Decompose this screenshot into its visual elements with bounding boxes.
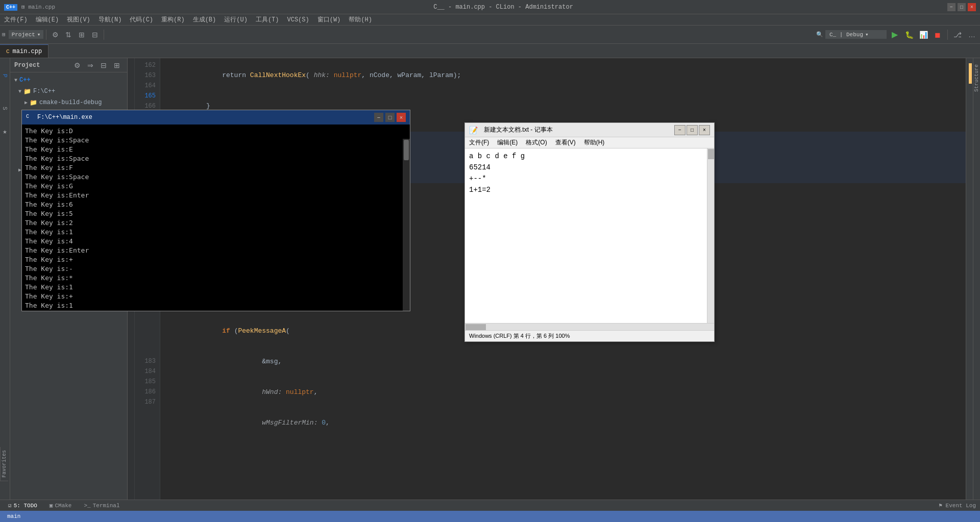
tab-main-cpp[interactable]: C main.cpp [0, 44, 48, 58]
run-coverage-button[interactable]: 📊 [917, 29, 929, 41]
notepad-menu-view[interactable]: 查看(V) [551, 137, 580, 148]
structure-panel-label[interactable]: Structure [973, 62, 980, 94]
line-num-gap22 [137, 336, 156, 346]
notepad-hscroll-thumb[interactable] [465, 324, 486, 330]
notepad-text-area[interactable]: a b c d e f g 65214 +--* 1+1=2 [465, 148, 707, 323]
menu-navigate[interactable]: 导航(N) [94, 14, 126, 25]
menu-tools[interactable]: 工具(T) [252, 14, 283, 25]
menu-refactor[interactable]: 重构(R) [157, 14, 189, 25]
line-num: 184 [137, 366, 156, 377]
notepad-hscrollbar[interactable] [465, 323, 714, 330]
main-indicator: main [4, 513, 23, 519]
search-icon: 🔍 [816, 31, 823, 38]
notepad-line-1: a b c d e f g [469, 151, 703, 162]
run-button[interactable]: ▶ [889, 29, 901, 41]
favorites-label[interactable]: Favorites [0, 447, 8, 481]
left-gutter-bookmark-btn[interactable]: ★ [0, 126, 11, 138]
line-num-gap20 [137, 315, 156, 326]
console-line: The Key is:1 [25, 283, 401, 292]
left-gutter-structure-btn[interactable]: S [0, 93, 10, 123]
toolbar-sort-button[interactable]: ⇅ [62, 29, 75, 41]
menu-help[interactable]: 帮助(H) [345, 14, 376, 25]
menu-edit[interactable]: 编辑(E) [32, 14, 63, 25]
todo-tab[interactable]: ☑ 5: TODO [4, 500, 41, 511]
cmake-tab-label: CMake [55, 503, 71, 509]
sidebar-item-cpp-root[interactable]: ▼ C++ [10, 74, 127, 86]
notepad-line-3: +--* [469, 173, 703, 184]
stop-button[interactable]: ◼ [932, 29, 944, 41]
close-button[interactable]: × [968, 3, 976, 11]
toolbar-collapse-button[interactable]: ⊟ [89, 29, 101, 41]
notepad-status-bar: Windows (CRLF) 第 4 行，第 6 列 100% [465, 330, 714, 341]
menu-code[interactable]: 代码(C) [126, 14, 157, 25]
left-gutter-project-btn[interactable]: P [0, 60, 10, 91]
open-file-indicator: ⊞ main.cpp [21, 4, 55, 10]
sidebar-expand-button[interactable]: ⊞ [111, 59, 123, 71]
run-config-label: C_ | Debug [829, 32, 863, 38]
line-num: 164 [137, 81, 156, 91]
sidebar-item-cmake-build[interactable]: ▶ 📁 cmake-build-debug [10, 97, 127, 108]
menu-view[interactable]: 视图(V) [63, 14, 94, 25]
notepad-menu-help[interactable]: 帮助(H) [580, 137, 609, 148]
debug-button[interactable]: 🐛 [903, 29, 915, 41]
favorites-label-text: Favorites [2, 450, 7, 478]
notepad-vscrollbar[interactable] [707, 148, 714, 323]
code-line-187: wMsgFilterMin: 0, [166, 408, 966, 438]
line-num: 163 [137, 70, 156, 81]
notepad-menu-edit[interactable]: 编辑(E) [493, 137, 522, 148]
notepad-menu-format[interactable]: 格式(O) [522, 137, 551, 148]
notepad-close-button[interactable]: × [699, 125, 710, 135]
console-line: The Key is:G [25, 182, 401, 191]
line-num-gap21 [137, 326, 156, 336]
menu-vcs[interactable]: VCS(S) [283, 15, 313, 24]
run-config-selector[interactable]: C_ | Debug ▾ [825, 30, 887, 39]
code-line-186: hWnd: nullptr, [166, 377, 966, 408]
toolbar-logo: ⊞ [2, 31, 6, 38]
line-num: 185 [137, 377, 156, 387]
sidebar-collapse-button[interactable]: ⊟ [97, 59, 110, 71]
editor-tab-bar: C main.cpp [0, 44, 980, 58]
toolbar-settings-button[interactable]: ⚙ [49, 29, 61, 41]
app-logo: C++ [4, 4, 17, 10]
toolbar-expand-button[interactable]: ⊞ [76, 29, 88, 41]
console-title: F:\C++\main.exe [37, 114, 370, 121]
console-scroll-thumb[interactable] [404, 140, 409, 160]
console-line: The Key is:Backspace [25, 310, 401, 311]
console-line: The Key is:6 [25, 200, 401, 209]
terminal-tab[interactable]: >_ Terminal [80, 500, 124, 511]
error-marker [969, 63, 972, 84]
sidebar-settings-button[interactable]: ⚙ [71, 59, 83, 71]
console-line: The Key is:2 [25, 218, 401, 228]
line-num: 162 [137, 60, 156, 70]
menu-build[interactable]: 生成(B) [189, 14, 220, 25]
notepad-menu-file[interactable]: 文件(F) [465, 137, 493, 148]
console-line: The Key is:D [25, 127, 401, 136]
toolbar-git-button[interactable]: ⎇ [951, 29, 964, 41]
toolbar-more-button[interactable]: … [966, 29, 978, 41]
notepad-minimize-button[interactable]: − [674, 125, 685, 135]
menu-run[interactable]: 运行(U) [220, 14, 252, 25]
sidebar-item-fncpp[interactable]: ▼ 📁 F:\C++ [10, 86, 127, 97]
folder-icon: 📁 [30, 99, 37, 107]
notepad-maximize-button[interactable]: □ [687, 125, 698, 135]
console-scrollbar[interactable] [403, 139, 410, 311]
console-line: The Key is:1 [25, 301, 401, 310]
maximize-button[interactable]: □ [958, 3, 966, 11]
project-selector[interactable]: Project ▾ [9, 30, 44, 39]
event-log-label[interactable]: ⚑ Event Log [939, 502, 976, 509]
minimize-button[interactable]: − [947, 3, 955, 11]
console-line: The Key is:E [25, 145, 401, 154]
notepad-vscroll-thumb[interactable] [708, 149, 714, 159]
expand-icon: ▼ [14, 78, 17, 83]
menu-window[interactable]: 窗口(W) [313, 14, 345, 25]
console-maximize-button[interactable]: □ [385, 113, 395, 122]
cmake-tab[interactable]: ▣ CMake [45, 500, 76, 511]
menu-file[interactable]: 文件(F) [0, 14, 32, 25]
window-controls: − □ × [947, 3, 976, 11]
sidebar-scroll-from-source-button[interactable]: ⇒ [84, 59, 96, 71]
tab-file-icon: C [6, 48, 10, 55]
console-line: The Key is:+ [25, 292, 401, 301]
run-config-chevron-icon: ▾ [865, 31, 869, 38]
console-close-button[interactable]: × [397, 113, 406, 122]
console-minimize-button[interactable]: − [374, 113, 383, 122]
